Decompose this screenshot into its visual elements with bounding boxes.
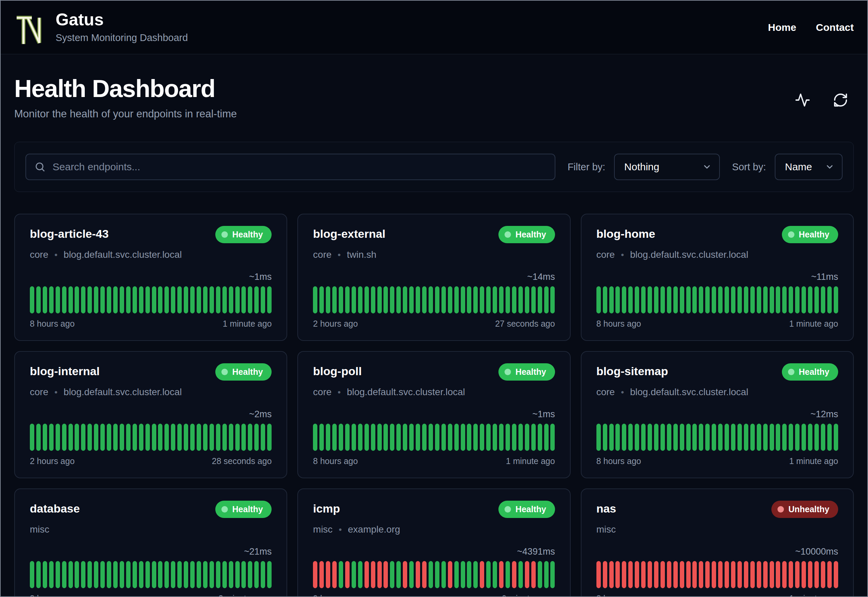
health-bar-success[interactable] [680, 424, 684, 451]
health-bar-success[interactable] [254, 424, 259, 451]
health-bar-success[interactable] [171, 424, 175, 451]
health-bar-success[interactable] [235, 286, 240, 313]
health-bar-success[interactable] [133, 561, 137, 588]
health-bar-success[interactable] [744, 286, 748, 313]
health-bar-failure[interactable] [738, 561, 742, 588]
health-bar-failure[interactable] [384, 561, 388, 588]
health-bar-success[interactable] [133, 286, 137, 313]
health-bar-failure[interactable] [609, 561, 614, 588]
health-bar-success[interactable] [100, 561, 105, 588]
health-bar-success[interactable] [384, 286, 388, 313]
health-bar-success[interactable] [628, 286, 633, 313]
health-bar-success[interactable] [30, 561, 34, 588]
health-bar-failure[interactable] [763, 561, 768, 588]
health-bar-success[interactable] [712, 424, 716, 451]
health-bar-success[interactable] [699, 424, 703, 451]
health-bar-success[interactable] [158, 286, 162, 313]
health-bar-success[interactable] [261, 424, 265, 451]
health-bar-success[interactable] [750, 286, 755, 313]
health-bar-success[interactable] [789, 286, 793, 313]
health-bar-success[interactable] [332, 424, 337, 451]
health-bar-success[interactable] [544, 424, 549, 451]
health-bar-success[interactable] [358, 561, 363, 588]
health-bar-success[interactable] [409, 561, 414, 588]
health-bar-failure[interactable] [480, 561, 484, 588]
health-bar-success[interactable] [673, 424, 678, 451]
health-bar-success[interactable] [628, 424, 633, 451]
health-bar-failure[interactable] [789, 561, 793, 588]
health-bar-success[interactable] [770, 424, 774, 451]
health-bar-success[interactable] [422, 424, 427, 451]
health-bar-success[interactable] [808, 424, 812, 451]
health-bar-success[interactable] [609, 424, 614, 451]
nav-link-home[interactable]: Home [768, 22, 796, 33]
health-bar-success[interactable] [435, 561, 440, 588]
health-bar-failure[interactable] [667, 561, 671, 588]
health-bar-success[interactable] [686, 424, 691, 451]
health-bar-success[interactable] [757, 424, 761, 451]
health-bar-success[interactable] [467, 286, 471, 313]
health-bar-success[interactable] [62, 424, 67, 451]
health-bar-success[interactable] [235, 424, 240, 451]
endpoint-card[interactable]: blog-article-43 Healthy core • blog.defa… [14, 214, 287, 341]
health-bar-success[interactable] [603, 286, 607, 313]
endpoint-card[interactable]: icmp Healthy misc • example.org ~4391ms … [297, 489, 570, 597]
health-bar-success[interactable] [390, 424, 394, 451]
health-bar-success[interactable] [326, 286, 330, 313]
health-bar-failure[interactable] [782, 561, 787, 588]
health-bar-success[interactable] [229, 424, 233, 451]
health-bar-success[interactable] [261, 286, 265, 313]
health-bar-success[interactable] [770, 286, 774, 313]
health-bar-success[interactable] [113, 561, 118, 588]
health-bar-success[interactable] [390, 286, 394, 313]
health-bar-success[interactable] [371, 286, 375, 313]
health-bar-success[interactable] [107, 286, 111, 313]
endpoint-card[interactable]: blog-poll Healthy core • blog.default.sv… [297, 351, 570, 478]
health-bar-success[interactable] [248, 286, 252, 313]
health-bar-success[interactable] [222, 424, 227, 451]
health-bar-failure[interactable] [795, 561, 800, 588]
health-bar-failure[interactable] [705, 561, 710, 588]
health-bar-success[interactable] [815, 424, 819, 451]
health-bar-success[interactable] [454, 561, 459, 588]
health-bar-success[interactable] [435, 424, 440, 451]
health-bar-success[interactable] [177, 286, 182, 313]
health-bar-success[interactable] [158, 561, 162, 588]
health-bar-success[interactable] [184, 561, 188, 588]
health-bar-success[interactable] [358, 286, 363, 313]
health-bar-success[interactable] [139, 286, 144, 313]
health-bar-success[interactable] [738, 286, 742, 313]
health-bar-success[interactable] [782, 424, 787, 451]
health-bar-success[interactable] [229, 286, 233, 313]
health-bar-success[interactable] [339, 561, 343, 588]
health-bar-failure[interactable] [801, 561, 806, 588]
health-bar-failure[interactable] [422, 561, 427, 588]
health-bar-success[interactable] [692, 286, 697, 313]
health-bar-success[interactable] [152, 424, 156, 451]
health-bar-success[interactable] [686, 286, 691, 313]
health-bar-success[interactable] [378, 286, 382, 313]
health-bar-success[interactable] [776, 286, 780, 313]
health-bar-success[interactable] [203, 424, 207, 451]
health-bar-success[interactable] [654, 286, 658, 313]
filter-select[interactable]: Nothing [614, 154, 720, 180]
health-bar-success[interactable] [56, 561, 60, 588]
health-bar-success[interactable] [821, 424, 825, 451]
health-bar-success[interactable] [177, 561, 182, 588]
health-bar-success[interactable] [448, 286, 452, 313]
health-bar-success[interactable] [100, 424, 105, 451]
health-bar-success[interactable] [422, 286, 427, 313]
health-bar-success[interactable] [795, 286, 800, 313]
health-bar-success[interactable] [345, 424, 350, 451]
health-bar-failure[interactable] [635, 561, 639, 588]
health-bar-success[interactable] [100, 286, 105, 313]
health-bar-success[interactable] [87, 424, 92, 451]
health-bar-success[interactable] [68, 424, 73, 451]
health-bar-success[interactable] [139, 561, 144, 588]
health-bar-success[interactable] [454, 286, 459, 313]
endpoint-card[interactable]: blog-sitemap Healthy core • blog.default… [581, 351, 854, 478]
health-bar-success[interactable] [171, 286, 175, 313]
health-bar-success[interactable] [216, 424, 221, 451]
health-bar-success[interactable] [428, 286, 433, 313]
health-bar-success[interactable] [435, 286, 440, 313]
